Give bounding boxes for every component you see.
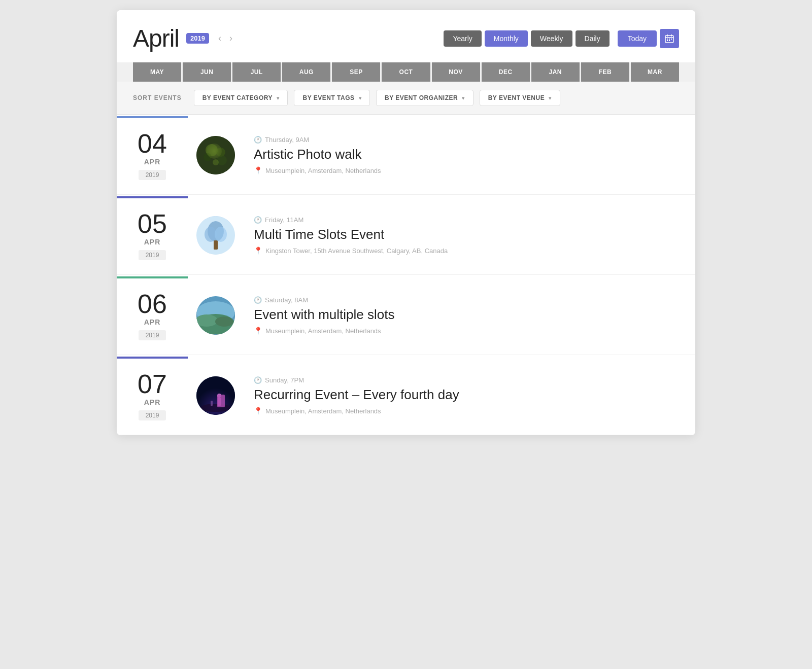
filter-by-category[interactable]: BY EVENT CATEGORY ▾ — [194, 90, 288, 106]
filter-by-tags[interactable]: BY EVENT TAGS ▾ — [294, 90, 370, 106]
filter-by-organizer[interactable]: BY EVENT ORGANIZER ▾ — [376, 90, 473, 106]
header-left: April 2019 ‹ › — [133, 24, 234, 52]
event-location-text: Museumplein, Amsterdam, Netherlands — [265, 167, 381, 174]
event-date-col: 04 APR 2019 — [117, 116, 188, 194]
filter-organizer-label: BY EVENT ORGANIZER — [385, 94, 458, 101]
svg-point-24 — [196, 314, 218, 327]
event-row[interactable]: 04 APR 2019 🕐 — [117, 115, 695, 195]
event-thumbnail — [196, 216, 235, 255]
landscape-image — [196, 296, 235, 335]
event-day: 04 — [138, 130, 167, 157]
event-date-col: 05 APR 2019 — [117, 196, 188, 274]
month-tab-sep[interactable]: SEP — [332, 62, 380, 82]
month-tab-jan[interactable]: JAN — [531, 62, 580, 82]
event-month: APR — [144, 398, 161, 406]
month-tab-feb[interactable]: FEB — [581, 62, 629, 82]
prev-arrow[interactable]: ‹ — [216, 31, 223, 46]
event-date-col: 06 APR 2019 — [117, 276, 188, 355]
tree-image — [196, 216, 235, 255]
svg-rect-20 — [214, 240, 218, 250]
clock-icon: 🕐 — [254, 136, 262, 144]
month-tab-jun[interactable]: JUN — [183, 62, 231, 82]
view-daily[interactable]: Daily — [576, 30, 610, 47]
month-title: April — [133, 24, 179, 52]
event-thumbnail — [196, 136, 235, 174]
calendar-icon-button[interactable] — [660, 29, 679, 48]
event-details: 🕐 Thursday, 9AM Artistic Photo walk 📍 Mu… — [244, 116, 695, 194]
clock-icon: 🕐 — [254, 296, 262, 304]
event-title[interactable]: Recurring Event – Every fourth day — [254, 387, 685, 403]
chevron-down-icon: ▾ — [549, 95, 552, 101]
month-tab-may[interactable]: MAY — [133, 62, 181, 82]
event-time: 🕐 Saturday, 8AM — [254, 296, 685, 304]
month-tab-jul[interactable]: JUL — [232, 62, 281, 82]
sort-label: SORT EVENTS — [133, 94, 182, 101]
clock-icon: 🕐 — [254, 216, 262, 224]
events-list: 04 APR 2019 🕐 — [117, 115, 695, 435]
svg-rect-8 — [669, 40, 670, 41]
calendar-icon — [665, 34, 674, 43]
pin-icon: 📍 — [254, 247, 262, 255]
month-tab-nov[interactable]: NOV — [432, 62, 480, 82]
svg-point-25 — [215, 316, 233, 327]
pin-icon: 📍 — [254, 166, 262, 174]
next-arrow[interactable]: › — [227, 31, 234, 46]
event-title[interactable]: Multi Time Slots Event — [254, 227, 685, 242]
svg-rect-4 — [667, 39, 668, 40]
clock-icon: 🕐 — [254, 376, 262, 384]
event-details: 🕐 Friday, 11AM Multi Time Slots Event 📍 … — [244, 196, 695, 274]
event-year: 2019 — [139, 170, 166, 180]
month-tab-oct[interactable]: OCT — [382, 62, 430, 82]
pin-icon: 📍 — [254, 327, 262, 335]
chevron-down-icon: ▾ — [277, 95, 280, 101]
event-image-col — [188, 276, 244, 355]
chevron-down-icon: ▾ — [359, 95, 362, 101]
event-row[interactable]: 07 APR 2019 — [117, 355, 695, 435]
filter-tags-label: BY EVENT TAGS — [302, 94, 354, 101]
event-row[interactable]: 06 APR 2019 🕐 Saturda — [117, 275, 695, 355]
svg-rect-5 — [669, 39, 670, 40]
event-time: 🕐 Thursday, 9AM — [254, 136, 685, 144]
filter-venue-label: BY EVENT VENUE — [488, 94, 545, 101]
filter-by-venue[interactable]: BY EVENT VENUE ▾ — [480, 90, 560, 106]
month-nav: MAY JUN JUL AUG SEP OCT NOV DEC JAN FEB … — [117, 62, 695, 82]
event-details: 🕐 Saturday, 8AM Event with multiple slot… — [244, 276, 695, 355]
event-location: 📍 Kingston Tower, 15th Avenue Southwest,… — [254, 247, 685, 255]
event-location: 📍 Museumplein, Amsterdam, Netherlands — [254, 327, 685, 335]
svg-point-14 — [213, 159, 219, 165]
event-details: 🕐 Sunday, 7PM Recurring Event – Every fo… — [244, 357, 695, 435]
svg-point-9 — [196, 136, 235, 174]
event-month: APR — [144, 158, 161, 166]
event-location-text: Museumplein, Amsterdam, Netherlands — [265, 327, 381, 335]
year-badge: 2019 — [186, 33, 209, 44]
event-day: 05 — [138, 210, 167, 237]
calendar-container: April 2019 ‹ › Yearly Monthly Weekly Dai… — [117, 10, 695, 435]
today-button[interactable]: Today — [618, 30, 657, 47]
event-row[interactable]: 05 APR 2019 🕐 — [117, 195, 695, 275]
event-title[interactable]: Artistic Photo walk — [254, 147, 685, 162]
event-time-text: Friday, 11AM — [265, 216, 303, 224]
month-tab-aug[interactable]: AUG — [282, 62, 330, 82]
event-location-text: Museumplein, Amsterdam, Netherlands — [265, 407, 381, 415]
event-year: 2019 — [139, 410, 166, 420]
view-yearly[interactable]: Yearly — [444, 30, 481, 47]
svg-rect-29 — [218, 398, 221, 406]
view-weekly[interactable]: Weekly — [531, 30, 572, 47]
month-tab-dec[interactable]: DEC — [482, 62, 530, 82]
header: April 2019 ‹ › Yearly Monthly Weekly Dai… — [117, 10, 695, 52]
view-monthly[interactable]: Monthly — [485, 30, 528, 47]
event-time: 🕐 Sunday, 7PM — [254, 376, 685, 384]
event-title[interactable]: Event with multiple slots — [254, 307, 685, 323]
chevron-down-icon: ▾ — [462, 95, 465, 101]
event-day: 06 — [138, 291, 167, 317]
bokeh-image — [196, 136, 235, 174]
svg-point-19 — [215, 227, 227, 242]
event-month: APR — [144, 238, 161, 246]
event-year: 2019 — [139, 250, 166, 260]
month-tab-mar[interactable]: MAR — [631, 62, 679, 82]
concert-image — [196, 376, 235, 415]
event-time-text: Sunday, 7PM — [265, 376, 304, 384]
event-date-col: 07 APR 2019 — [117, 357, 188, 435]
svg-rect-31 — [211, 401, 213, 406]
nav-arrows: ‹ › — [216, 31, 234, 46]
